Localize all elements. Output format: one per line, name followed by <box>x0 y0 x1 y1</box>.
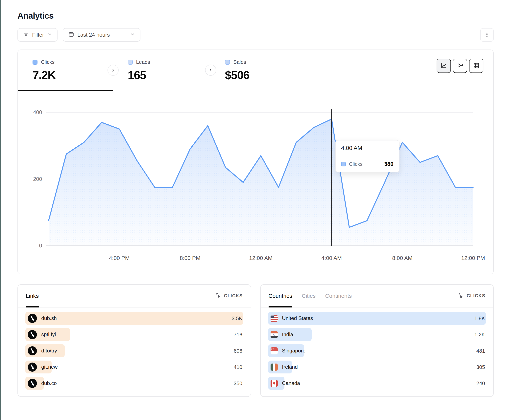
row-label: India <box>282 332 293 338</box>
link-row[interactable]: d.to/try606 <box>25 344 243 357</box>
stat-label: Clicks <box>41 59 54 65</box>
area-chart-canvas[interactable]: 02004004:00 PM8:00 PM12:00 AM4:00 AM8:00… <box>18 91 494 274</box>
date-range-button[interactable]: Last 24 hours <box>63 28 141 42</box>
sg-flag-icon <box>270 347 278 355</box>
stat-label: Sales <box>233 59 246 65</box>
country-row[interactable]: Canada240 <box>268 377 486 390</box>
filter-icon <box>23 31 29 39</box>
chevron-down-icon <box>47 32 52 38</box>
row-label: Singapore <box>282 348 306 354</box>
breakdown-panels: Links CLICKS dub.sh3.5Kspti.fyi716d.to/t… <box>17 284 494 397</box>
row-value: 606 <box>234 348 242 354</box>
dub-logo-icon <box>28 346 37 355</box>
tab-links[interactable]: Links <box>26 285 39 307</box>
page-title: Analytics <box>17 11 494 21</box>
line-chart-view-button[interactable] <box>437 59 451 73</box>
chevron-down-icon <box>130 32 135 38</box>
row-label: dub.sh <box>41 315 57 321</box>
dub-logo-icon <box>28 314 37 323</box>
svg-text:400: 400 <box>33 109 42 115</box>
svg-text:8:00 PM: 8:00 PM <box>180 255 200 261</box>
kebab-menu-icon <box>484 32 490 38</box>
tab-cities[interactable]: Cities <box>302 285 316 307</box>
line-chart-icon <box>440 62 448 70</box>
row-label: United States <box>282 315 313 321</box>
analytics-chart-card: Clicks 7.2K Leads 165 Sales $506 <box>17 50 494 274</box>
dub-logo-icon <box>28 379 37 388</box>
cursor-click-icon <box>216 292 222 300</box>
link-row[interactable]: dub.co350 <box>25 377 243 390</box>
row-value: 410 <box>234 364 242 370</box>
sales-legend-swatch <box>225 60 230 65</box>
row-value: 481 <box>477 348 485 354</box>
us-flag-icon <box>270 315 278 322</box>
country-row[interactable]: India1.2K <box>268 328 486 341</box>
in-flag-icon <box>270 331 278 338</box>
expand-clicks-leads-button[interactable] <box>107 65 119 76</box>
stat-tab-leads[interactable]: Leads 165 <box>113 50 210 91</box>
table-view-button[interactable] <box>469 59 483 73</box>
page-header: Analytics <box>0 0 508 21</box>
svg-text:12:00 AM: 12:00 AM <box>249 255 273 261</box>
more-menu-button[interactable] <box>480 28 494 42</box>
tooltip-time: 4:00 AM <box>336 140 399 156</box>
date-range-label: Last 24 hours <box>77 32 110 38</box>
tooltip-series-label: Clicks <box>349 161 381 167</box>
tab-continents[interactable]: Continents <box>325 285 352 307</box>
stat-tab-clicks[interactable]: Clicks 7.2K <box>18 50 113 91</box>
country-row[interactable]: United States1.8K <box>268 312 486 325</box>
ca-flag-icon <box>270 380 278 387</box>
row-label: spti.fyi <box>41 332 56 338</box>
row-value: 716 <box>234 332 242 338</box>
expand-leads-sales-button[interactable] <box>205 65 216 76</box>
filter-button[interactable]: Filter <box>17 28 58 42</box>
country-row[interactable]: Singapore481 <box>268 344 486 357</box>
stat-value: 165 <box>128 68 210 82</box>
row-label: dub.co <box>41 380 57 386</box>
row-value: 1.2K <box>474 332 485 338</box>
svg-text:200: 200 <box>33 176 42 182</box>
row-label: git.new <box>41 364 58 370</box>
analytics-page: Analytics Filter Last 24 <box>0 0 508 420</box>
row-label: Ireland <box>282 364 298 370</box>
stat-label: Leads <box>136 59 150 65</box>
chart-view-toggles <box>437 59 483 73</box>
stat-value: $506 <box>225 68 321 82</box>
row-value: 1.8K <box>474 315 485 321</box>
stat-value: 7.2K <box>32 68 113 82</box>
svg-text:4:00 PM: 4:00 PM <box>109 255 130 261</box>
chart-tooltip: 4:00 AM Clicks 380 <box>335 140 399 172</box>
clicks-legend-swatch <box>32 60 37 65</box>
links-panel: Links CLICKS dub.sh3.5Kspti.fyi716d.to/t… <box>17 284 251 397</box>
funnel-chart-view-button[interactable] <box>453 59 467 73</box>
svg-text:0: 0 <box>39 243 42 249</box>
link-row[interactable]: git.new410 <box>25 361 243 373</box>
svg-text:8:00 AM: 8:00 AM <box>392 255 413 261</box>
tab-countries[interactable]: Countries <box>269 285 292 307</box>
countries-list: United States1.8KIndia1.2KSingapore481Ir… <box>261 307 493 390</box>
filter-button-label: Filter <box>32 32 44 38</box>
clicks-time-series-chart[interactable]: 02004004:00 PM8:00 PM12:00 AM4:00 AM8:00… <box>18 91 493 274</box>
dub-logo-icon <box>28 362 37 372</box>
links-metric-selector[interactable]: CLICKS <box>216 292 243 300</box>
leads-legend-swatch <box>128 60 133 65</box>
link-row[interactable]: spti.fyi716 <box>25 328 243 341</box>
dub-logo-icon <box>28 330 37 339</box>
row-value: 240 <box>477 380 485 386</box>
table-grid-icon <box>472 62 480 70</box>
country-row[interactable]: Ireland305 <box>268 361 486 373</box>
countries-panel: Countries Cities Continents CLICKS Unite… <box>260 284 494 397</box>
stats-tabs-row: Clicks 7.2K Leads 165 Sales $506 <box>18 50 493 91</box>
link-row[interactable]: dub.sh3.5K <box>25 312 243 325</box>
metric-label: CLICKS <box>224 293 243 298</box>
funnel-chart-icon <box>456 62 464 70</box>
row-value: 350 <box>234 380 242 386</box>
countries-metric-selector[interactable]: CLICKS <box>458 292 486 300</box>
stat-tab-sales[interactable]: Sales $506 <box>210 50 321 91</box>
row-value: 305 <box>477 364 485 370</box>
row-value: 3.5K <box>232 315 242 321</box>
clicks-legend-swatch <box>341 162 346 167</box>
row-label: Canada <box>282 380 300 386</box>
calendar-icon <box>68 31 74 39</box>
row-label: d.to/try <box>41 348 57 354</box>
